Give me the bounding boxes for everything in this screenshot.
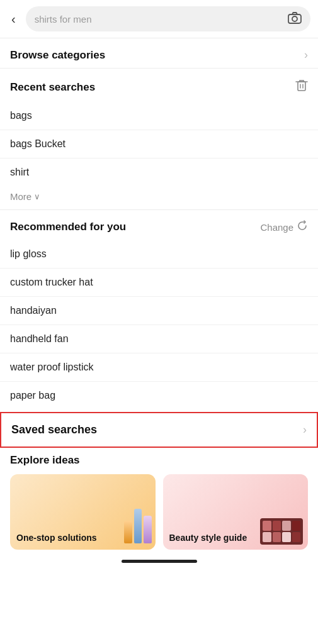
- rec-handaiyan[interactable]: handaiyan: [0, 297, 318, 325]
- trash-icon[interactable]: [295, 79, 308, 96]
- browse-categories-row[interactable]: Browse categories ›: [0, 38, 318, 68]
- top-bar: ‹ shirts for men: [0, 0, 318, 38]
- refresh-icon: [297, 220, 308, 234]
- back-button[interactable]: ‹: [8, 9, 20, 29]
- card-one-stop-bg: One-stop solutions: [10, 474, 156, 550]
- search-bar[interactable]: shirts for men: [26, 6, 310, 31]
- change-button[interactable]: Change: [260, 220, 308, 234]
- rec-handheld-fan[interactable]: handheld fan: [0, 325, 318, 353]
- svg-point-1: [292, 16, 297, 21]
- recent-search-bags[interactable]: bags: [0, 102, 318, 130]
- browse-categories-title: Browse categories: [10, 49, 105, 62]
- recommended-list: lip gloss custom trucker hat handaiyan h…: [0, 240, 318, 409]
- rec-water-proof[interactable]: water proof lipstick: [0, 353, 318, 382]
- rec-lip-gloss[interactable]: lip gloss: [0, 240, 318, 269]
- rec-trucker-hat[interactable]: custom trucker hat: [0, 269, 318, 297]
- explore-ideas-section: Explore ideas One-stop solutions Beauty …: [0, 448, 318, 553]
- swatch-4: [292, 521, 301, 531]
- swatch-1: [263, 521, 271, 531]
- bottom-bar: [0, 553, 318, 567]
- swatch-3: [282, 521, 291, 531]
- swatch-8: [292, 532, 301, 542]
- browse-categories-chevron: ›: [304, 48, 308, 62]
- more-chevron: ∨: [34, 192, 40, 201]
- card-beauty-bg: Beauty style guide: [163, 474, 309, 550]
- recent-search-bags-bucket[interactable]: bags Bucket: [0, 130, 318, 158]
- card-one-stop-image: [124, 509, 152, 543]
- recommended-title: Recommended for you: [10, 221, 126, 233]
- card-one-stop-label: One-stop solutions: [10, 526, 103, 550]
- more-label: More: [10, 191, 31, 202]
- rec-paper-bag[interactable]: paper bag: [0, 382, 318, 409]
- recent-searches-list: bags bags Bucket shirt: [0, 102, 318, 186]
- change-label: Change: [260, 222, 293, 233]
- swatch-5: [263, 532, 271, 542]
- card-one-stop[interactable]: One-stop solutions: [10, 474, 156, 550]
- explore-title: Explore ideas: [10, 454, 308, 467]
- swatch-7: [282, 532, 291, 542]
- recent-searches-title: Recent searches: [10, 81, 95, 94]
- saved-searches-row[interactable]: Saved searches ›: [0, 412, 318, 448]
- recommended-header: Recommended for you Change: [0, 210, 318, 240]
- card-beauty-label: Beauty style guide: [163, 526, 254, 550]
- recent-search-shirt[interactable]: shirt: [0, 158, 318, 186]
- svg-rect-2: [298, 82, 305, 91]
- card-beauty[interactable]: Beauty style guide: [163, 474, 309, 550]
- recent-searches-header: Recent searches: [0, 69, 318, 102]
- swatch-6: [273, 532, 281, 542]
- palette-box: [260, 518, 303, 545]
- camera-icon[interactable]: [288, 11, 302, 27]
- saved-searches-chevron: ›: [303, 423, 307, 436]
- explore-cards-row: One-stop solutions Beauty style guide: [10, 474, 308, 550]
- saved-searches-title: Saved searches: [11, 423, 97, 436]
- card-beauty-image: [260, 518, 303, 545]
- home-indicator: [122, 560, 197, 563]
- search-input-text: shirts for men: [35, 14, 283, 25]
- swatch-2: [273, 521, 281, 531]
- more-button[interactable]: More ∨: [0, 186, 318, 209]
